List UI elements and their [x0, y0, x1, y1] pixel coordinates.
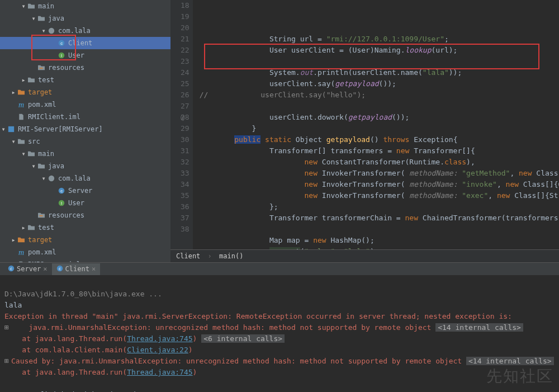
- line-number[interactable]: 22: [174, 45, 190, 56]
- run-tab-server[interactable]: cServer×: [3, 263, 52, 275]
- code-line[interactable]: [200, 56, 559, 67]
- tree-item-resources[interactable]: resources: [0, 62, 170, 74]
- code-line[interactable]: };: [200, 201, 559, 212]
- tree-item-target[interactable]: ▸target: [0, 234, 170, 246]
- fold-icon[interactable]: ⊞: [4, 356, 11, 367]
- code-line[interactable]: public static Object getpayload() throws…: [200, 134, 559, 145]
- tree-arrow[interactable]: ▸: [20, 74, 27, 86]
- tree-item-test[interactable]: ▸test: [0, 74, 170, 86]
- line-number[interactable]: 37: [174, 212, 190, 224]
- tree-label: RMIServer.iml: [28, 259, 80, 263]
- code-line[interactable]: [200, 101, 559, 112]
- tree-item-main[interactable]: ▾main: [0, 0, 170, 12]
- project-tree[interactable]: ▾main▾java▾com.lalacClientIUserresources…: [0, 0, 170, 262]
- tree-item-pom-xml[interactable]: mpom.xml: [0, 98, 170, 111]
- console-output[interactable]: D:\Java\jdk1.7.0_80\bin\java.exe ... lal…: [0, 275, 559, 392]
- tree-item-src[interactable]: ▾src: [0, 135, 170, 148]
- code-line[interactable]: Transformer[] transformers = new Transfo…: [200, 145, 559, 157]
- tree-item-server[interactable]: cServer: [0, 185, 170, 197]
- code-line[interactable]: Map map = new HashMap();: [200, 235, 559, 246]
- close-icon[interactable]: ×: [43, 265, 47, 273]
- fold-icon[interactable]: ⊞: [4, 322, 11, 333]
- line-number[interactable]: 36: [174, 201, 190, 212]
- stacktrace-link[interactable]: Client.java:22: [127, 346, 188, 354]
- line-number[interactable]: 32: [174, 157, 190, 168]
- line-number[interactable]: 23: [174, 56, 190, 67]
- line-number[interactable]: 28: [174, 112, 190, 123]
- line-number[interactable]: 31: [174, 145, 190, 157]
- tree-arrow[interactable]: ▾: [20, 148, 27, 160]
- internal-calls-badge[interactable]: <14 internal calls>: [466, 357, 554, 365]
- tree-arrow[interactable]: ▾: [10, 136, 17, 148]
- code-line[interactable]: new ConstantTransformer(Runtime.class),: [200, 157, 559, 168]
- code-content[interactable]: String url = "rmi://127.0.0.1:1099/User"…: [193, 0, 559, 249]
- tree-item-pom-xml[interactable]: mpom.xml: [0, 246, 170, 258]
- code-line[interactable]: System.out.println(userClient.name("lala…: [200, 67, 559, 78]
- internal-calls-badge[interactable]: <14 internal calls>: [435, 323, 523, 332]
- stacktrace-link[interactable]: Thread.java:745: [127, 334, 192, 343]
- code-line[interactable]: [200, 224, 559, 235]
- tree-arrow[interactable]: ▸: [20, 222, 27, 234]
- breadcrumb-method[interactable]: main(): [219, 252, 243, 260]
- line-number[interactable]: 26: [174, 89, 190, 101]
- tree-item-rmi-server[interactable]: ▾RMI-Server [RMIServer]: [0, 123, 170, 135]
- tree-item-rmiserver-iml[interactable]: RMIServer.iml: [0, 258, 170, 262]
- tree-label: main: [38, 1, 54, 12]
- tree-item-user[interactable]: IUser: [0, 197, 170, 209]
- tree-item-java[interactable]: ▾java: [0, 160, 170, 172]
- svg-point-7: [49, 176, 54, 181]
- tree-item-client[interactable]: cClient: [0, 37, 170, 49]
- iface-icon: I: [57, 51, 66, 60]
- code-line[interactable]: map.put("value", "lala");: [200, 246, 559, 249]
- tree-item-java[interactable]: ▾java: [0, 12, 170, 25]
- code-line[interactable]: userClient.dowork(getpayload());: [200, 112, 559, 123]
- line-number[interactable]: 27 @: [174, 101, 190, 112]
- tree-item-rmiclient-iml[interactable]: RMIClient.iml: [0, 111, 170, 123]
- line-number[interactable]: 19: [174, 11, 190, 22]
- tree-arrow[interactable]: ▾: [40, 173, 47, 185]
- line-number[interactable]: 25: [174, 78, 190, 89]
- tree-item-user[interactable]: IUser: [0, 49, 170, 62]
- line-number[interactable]: 33: [174, 168, 190, 179]
- line-number[interactable]: 20: [174, 22, 190, 34]
- code-line[interactable]: new InvokerTransformer( methodName: "inv…: [200, 179, 559, 190]
- line-number-gutter[interactable]: 18192021222324252627 @282930313233343536…: [170, 0, 193, 249]
- close-icon[interactable]: ×: [92, 265, 96, 273]
- tree-arrow[interactable]: ▸: [10, 87, 17, 98]
- internal-calls-badge[interactable]: <6 internal calls>: [201, 334, 285, 343]
- run-tab-client[interactable]: cClient×: [52, 263, 101, 275]
- tree-arrow[interactable]: ▾: [30, 13, 37, 25]
- class-icon: c: [57, 186, 66, 195]
- breadcrumb-bar[interactable]: Client › main(): [170, 249, 559, 262]
- line-number[interactable]: 34: [174, 179, 190, 190]
- code-line[interactable]: new InvokerTransformer( methodName: "get…: [200, 168, 559, 179]
- line-number[interactable]: 35: [174, 190, 190, 201]
- code-line[interactable]: User userClient = (User)Naming.lookup(ur…: [200, 45, 559, 56]
- code-line[interactable]: String url = "rmi://127.0.0.1:1099/User"…: [200, 34, 559, 45]
- code-line[interactable]: userClient.say(getpayload());: [200, 78, 559, 89]
- tree-arrow[interactable]: ▾: [40, 25, 47, 37]
- tree-arrow[interactable]: ▸: [10, 234, 17, 246]
- line-number[interactable]: 18: [174, 0, 190, 11]
- breadcrumb-class[interactable]: Client: [176, 252, 200, 260]
- svg-text:I: I: [61, 201, 62, 206]
- line-number[interactable]: 21: [174, 34, 190, 45]
- line-number[interactable]: 29: [174, 123, 190, 134]
- code-line[interactable]: // userClient.say("hello");: [200, 89, 559, 101]
- tree-item-target[interactable]: ▸target: [0, 86, 170, 98]
- line-number[interactable]: 38: [174, 224, 190, 235]
- tree-item-com-lala[interactable]: ▾com.lala: [0, 172, 170, 185]
- stacktrace-link[interactable]: Thread.java:745: [127, 368, 192, 376]
- code-line[interactable]: }: [200, 123, 559, 134]
- tree-item-resources[interactable]: resources: [0, 209, 170, 221]
- tree-arrow[interactable]: ▾: [30, 160, 37, 172]
- code-line[interactable]: Transformer transformerChain = new Chain…: [200, 212, 559, 224]
- code-line[interactable]: new InvokerTransformer( methodName: "exe…: [200, 190, 559, 201]
- tree-arrow[interactable]: ▾: [0, 124, 7, 135]
- tree-arrow[interactable]: ▾: [20, 1, 27, 12]
- tree-item-main[interactable]: ▾main: [0, 148, 170, 160]
- tree-item-com-lala[interactable]: ▾com.lala: [0, 25, 170, 37]
- tree-item-test[interactable]: ▸test: [0, 221, 170, 234]
- line-number[interactable]: 24: [174, 67, 190, 78]
- line-number[interactable]: 30: [174, 134, 190, 145]
